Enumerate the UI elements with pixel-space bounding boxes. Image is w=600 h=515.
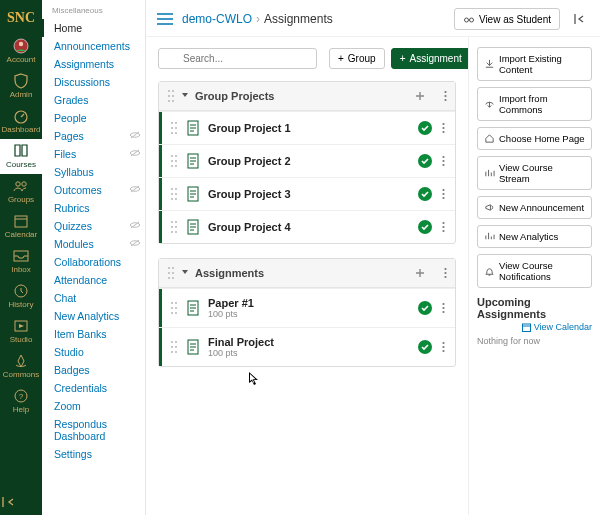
svg-point-65 — [171, 231, 173, 233]
group-options-button[interactable] — [444, 267, 447, 279]
course-nav-item[interactable]: Grades — [50, 91, 145, 109]
add-to-group-button[interactable] — [414, 90, 426, 102]
course-nav-item[interactable]: Quizzes — [50, 217, 145, 235]
course-nav-item[interactable]: Modules — [50, 235, 145, 253]
course-nav-item[interactable]: Outcomes — [50, 181, 145, 199]
course-nav-item[interactable]: Item Banks — [50, 325, 145, 343]
button-label: Group — [348, 53, 376, 64]
svg-point-101 — [442, 346, 444, 348]
group-header[interactable]: Group Projects — [159, 82, 455, 111]
course-nav-item[interactable]: Badges — [50, 361, 145, 379]
rail-item-commons[interactable]: Commons — [0, 349, 42, 384]
drag-handle-icon[interactable] — [167, 89, 175, 103]
svg-point-81 — [171, 302, 173, 304]
drag-handle-icon[interactable] — [170, 121, 178, 135]
course-nav-item[interactable]: Rubrics — [50, 199, 145, 217]
rail-item-courses[interactable]: Courses — [0, 139, 42, 174]
course-nav-item[interactable]: Chat — [50, 289, 145, 307]
assignment-row[interactable]: Final Project100 pts — [159, 327, 455, 366]
row-options-button[interactable] — [440, 122, 447, 134]
breadcrumb-course[interactable]: demo-CWLO — [182, 12, 252, 26]
published-check-icon[interactable] — [418, 340, 432, 354]
assignment-row[interactable]: Group Project 2 — [159, 144, 455, 177]
svg-text:SNC: SNC — [7, 10, 35, 25]
course-nav-item[interactable]: Files — [50, 145, 145, 163]
nav-item-label: Quizzes — [54, 220, 92, 232]
assignments-toolbar: +Group +Assignment — [158, 47, 456, 69]
nav-item-label: Home — [54, 22, 82, 34]
rail-item-admin[interactable]: Admin — [0, 69, 42, 104]
course-nav-item[interactable]: Settings — [50, 445, 145, 463]
drag-handle-icon[interactable] — [170, 154, 178, 168]
rail-item-inbox[interactable]: Inbox — [0, 244, 42, 279]
svg-point-13 — [464, 18, 468, 22]
group-header[interactable]: Assignments — [159, 259, 455, 288]
course-nav-item[interactable]: Assignments — [50, 55, 145, 73]
course-nav-item[interactable]: Home — [50, 19, 145, 37]
hidden-icon — [129, 238, 141, 248]
svg-point-23 — [168, 100, 170, 102]
course-nav-item[interactable]: New Analytics — [50, 307, 145, 325]
row-options-button[interactable] — [440, 221, 447, 233]
add-to-group-button[interactable] — [414, 267, 426, 279]
assignment-row[interactable]: Group Project 1 — [159, 111, 455, 144]
drag-handle-icon[interactable] — [170, 301, 178, 315]
course-nav-item[interactable]: Studio — [50, 343, 145, 361]
assignment-row[interactable]: Paper #1100 pts — [159, 288, 455, 327]
drag-handle-icon[interactable] — [170, 187, 178, 201]
side-action-button[interactable]: View Course Stream — [477, 156, 592, 190]
published-check-icon[interactable] — [418, 301, 432, 315]
rail-collapse-button[interactable] — [0, 489, 42, 515]
course-nav-item[interactable]: Announcements — [50, 37, 145, 55]
course-nav-item[interactable]: Collaborations — [50, 253, 145, 271]
published-check-icon[interactable] — [418, 187, 432, 201]
rail-item-history[interactable]: History — [0, 279, 42, 314]
hidden-icon — [129, 130, 141, 140]
view-as-student-button[interactable]: View as Student — [454, 8, 560, 30]
svg-point-89 — [442, 303, 444, 305]
course-nav-item[interactable]: Syllabus — [50, 163, 145, 181]
drag-handle-icon[interactable] — [167, 266, 175, 280]
rail-item-help[interactable]: ? Help — [0, 384, 42, 419]
rail-item-groups[interactable]: Groups — [0, 174, 42, 209]
course-nav-item[interactable]: Zoom — [50, 397, 145, 415]
rail-item-studio[interactable]: Studio — [0, 314, 42, 349]
add-group-button[interactable]: +Group — [329, 48, 385, 69]
group-options-button[interactable] — [444, 90, 447, 102]
course-nav-item[interactable]: Discussions — [50, 73, 145, 91]
published-check-icon[interactable] — [418, 121, 432, 135]
menu-icon[interactable] — [156, 12, 174, 26]
group-title: Group Projects — [195, 90, 274, 102]
rail-item-dashboard[interactable]: Dashboard — [0, 104, 42, 139]
svg-point-42 — [175, 160, 177, 162]
published-check-icon[interactable] — [418, 154, 432, 168]
course-nav-item[interactable]: Respondus Dashboard — [50, 415, 145, 445]
course-nav-item[interactable]: Pages — [50, 127, 145, 145]
row-options-button[interactable] — [440, 188, 447, 200]
assignment-row[interactable]: Group Project 4 — [159, 210, 455, 243]
side-action-button[interactable]: Import from Commons — [477, 87, 592, 121]
rail-item-calendar[interactable]: Calendar — [0, 209, 42, 244]
row-options-button[interactable] — [440, 155, 447, 167]
side-action-button[interactable]: New Announcement — [477, 196, 592, 219]
side-action-button[interactable]: View Course Notifications — [477, 254, 592, 288]
course-nav-item[interactable]: Credentials — [50, 379, 145, 397]
side-action-button[interactable]: Import Existing Content — [477, 47, 592, 81]
rail-item-account[interactable]: Account — [0, 34, 42, 69]
side-action-button[interactable]: Choose Home Page — [477, 127, 592, 150]
row-options-button[interactable] — [440, 302, 447, 314]
add-assignment-button[interactable]: +Assignment — [391, 48, 468, 69]
side-action-button[interactable]: New Analytics — [477, 225, 592, 248]
assignment-text: Group Project 4 — [208, 221, 291, 233]
course-nav-item[interactable]: People — [50, 109, 145, 127]
collapse-sidebar-button[interactable] — [568, 8, 590, 30]
svg-point-44 — [175, 165, 177, 167]
view-calendar-link[interactable]: View Calendar — [477, 322, 592, 332]
assignment-row[interactable]: Group Project 3 — [159, 177, 455, 210]
published-check-icon[interactable] — [418, 220, 432, 234]
row-options-button[interactable] — [440, 341, 447, 353]
course-nav-item[interactable]: Attendance — [50, 271, 145, 289]
drag-handle-icon[interactable] — [170, 340, 178, 354]
drag-handle-icon[interactable] — [170, 220, 178, 234]
search-input[interactable] — [158, 48, 317, 69]
